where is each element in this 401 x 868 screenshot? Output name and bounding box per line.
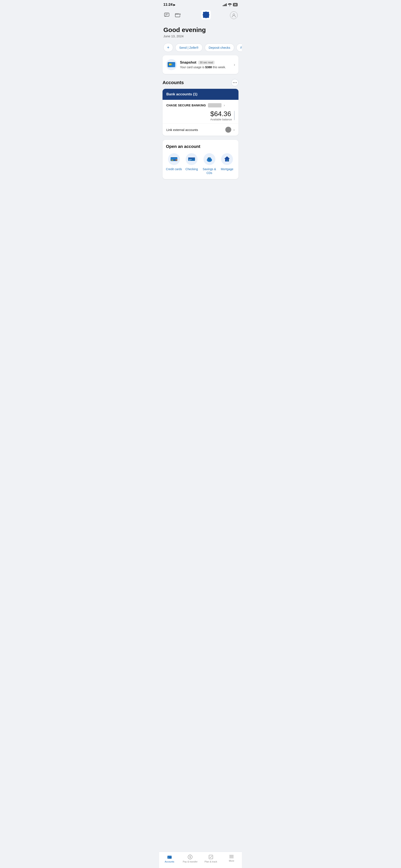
bank-account-row[interactable]: CHASE SECURE BANKING › $64.36 Available … [163, 100, 238, 124]
svg-point-21 [176, 159, 177, 161]
wifi-icon [228, 3, 232, 6]
svg-rect-45 [167, 856, 172, 859]
nav-plan-track-label: Plan & track [204, 860, 217, 863]
svg-rect-19 [171, 160, 173, 160]
chase-logo [201, 10, 211, 20]
mortgage-icon-wrap [221, 153, 233, 165]
status-icons: 36 [223, 3, 238, 6]
available-balance-amount: $64.36 [210, 110, 232, 118]
link-external-row[interactable]: Link external accounts › [163, 124, 238, 135]
link-external-right: › [225, 127, 235, 133]
link-external-text: Link external accounts [166, 128, 198, 132]
open-account-credit-cards[interactable]: Credit cards [166, 153, 182, 175]
nav-pay-transfer-label: Pay & transfer [183, 860, 198, 863]
nav-accounts-label: Accounts [165, 860, 174, 863]
balance-right: $64.36 Available balance [210, 110, 232, 121]
snapshot-left: Snapshot 30 sec read Your card usage is … [166, 59, 226, 70]
snapshot-title-row: Snapshot 30 sec read [180, 60, 226, 65]
snapshot-description: Your card usage is $388 this week. [180, 65, 226, 69]
chevron-right-icon: › [234, 63, 235, 67]
mortgage-label: Mortgage [221, 167, 233, 171]
snapshot-amount: $388 [205, 65, 212, 69]
bottom-nav: Accounts $ Pay & transfer Plan & track M… [159, 852, 242, 868]
svg-point-36 [208, 160, 209, 160]
nav-item-more[interactable]: More [221, 854, 242, 864]
svg-point-16 [236, 82, 237, 83]
bank-accounts-card: Bank accounts (1) CHASE SECURE BANKING ›… [163, 89, 238, 135]
svg-rect-0 [165, 13, 169, 16]
pay-bills-button[interactable]: Pay bills [236, 43, 242, 52]
add-account-icon-button[interactable] [174, 11, 182, 19]
bank-account-name-row: CHASE SECURE BANKING › [166, 103, 235, 107]
checking-icon-wrap [185, 153, 198, 165]
available-balance-label: Available balance [210, 118, 232, 121]
savings-icon-wrap [203, 153, 216, 165]
account-name: CHASE SECURE BANKING [166, 104, 206, 107]
profile-button[interactable] [230, 11, 238, 19]
snapshot-desc-text: Your card usage is [180, 65, 205, 69]
open-account-mortgage[interactable]: Mortgage [219, 153, 235, 175]
snapshot-card[interactable]: Snapshot 30 sec read Your card usage is … [163, 55, 238, 74]
send-zelle-button[interactable]: Send | Zelle® [175, 43, 203, 52]
bank-balance-row: $64.36 Available balance [166, 110, 235, 121]
more-nav-icon [229, 855, 234, 859]
status-time: 11:24 [163, 3, 172, 7]
bank-card-header: Bank accounts (1) [163, 89, 238, 100]
open-account-checking[interactable]: Checking [184, 153, 200, 175]
svg-point-35 [210, 158, 211, 159]
open-account-title: Open an account [166, 144, 235, 149]
checking-label: Checking [185, 167, 198, 171]
svg-rect-34 [209, 158, 210, 158]
open-account-grid: Credit cards Checking [166, 153, 235, 175]
snapshot-icon [166, 59, 177, 70]
snapshot-title: Snapshot [180, 60, 196, 65]
accounts-options-button[interactable] [231, 79, 238, 86]
card-image-icon [168, 62, 175, 67]
credit-card-icon-wrap [168, 153, 180, 165]
svg-rect-18 [171, 158, 177, 159]
open-account-savings[interactable]: Savings & CDs [201, 153, 218, 175]
accounts-nav-icon [167, 855, 172, 860]
svg-point-13 [233, 14, 235, 16]
header-left-icons [163, 11, 182, 19]
greeting-date: June 13, 2024 [163, 34, 238, 38]
svg-point-15 [234, 82, 235, 83]
account-row-chevron: › [224, 103, 225, 107]
accounts-section-title: Accounts [163, 80, 184, 85]
balance-bar-divider [234, 111, 235, 120]
snapshot-read-badge: 30 sec read [198, 61, 215, 64]
quick-actions-row: + Send | Zelle® Deposit checks Pay bills [159, 40, 242, 55]
credit-cards-label: Credit cards [166, 167, 182, 171]
pay-transfer-nav-icon: $ [188, 855, 193, 860]
nav-item-accounts[interactable]: Accounts [159, 854, 180, 864]
svg-rect-44 [227, 160, 228, 161]
open-account-section: Open an account Credit cards [163, 140, 238, 179]
header-nav [159, 8, 242, 23]
nav-more-label: More [229, 860, 234, 862]
snapshot-desc-suffix: this week. [212, 65, 226, 69]
svg-rect-25 [189, 160, 191, 161]
nav-item-pay-transfer[interactable]: $ Pay & transfer [180, 854, 201, 864]
add-button[interactable]: + [163, 43, 173, 52]
savings-label: Savings & CDs [201, 167, 218, 175]
signal-bars-icon [223, 3, 227, 6]
accounts-section: Accounts Bank accounts (1) CHASE SECURE … [159, 78, 242, 140]
plan-track-nav-icon [208, 855, 213, 860]
deposit-checks-button[interactable]: Deposit checks [205, 43, 234, 52]
message-icon-button[interactable] [163, 11, 171, 19]
toggle-circle-icon [225, 127, 231, 133]
svg-rect-24 [189, 159, 192, 160]
svg-rect-47 [168, 858, 169, 858]
greeting-title: Good evening [163, 26, 238, 33]
snapshot-text: Snapshot 30 sec read Your card usage is … [180, 60, 226, 69]
bank-section-title: Bank accounts (1) [166, 92, 197, 96]
account-number-masked [208, 103, 222, 107]
nav-item-plan-track[interactable]: Plan & track [200, 854, 221, 864]
svg-point-14 [233, 82, 234, 83]
battery-indicator: 36 [233, 3, 238, 6]
location-arrow-icon: ▶ [173, 3, 175, 6]
status-bar: 11:24 ▶ 36 [159, 0, 242, 8]
svg-text:$: $ [190, 856, 191, 858]
accounts-header: Accounts [163, 79, 238, 86]
link-external-chevron: › [233, 128, 235, 132]
